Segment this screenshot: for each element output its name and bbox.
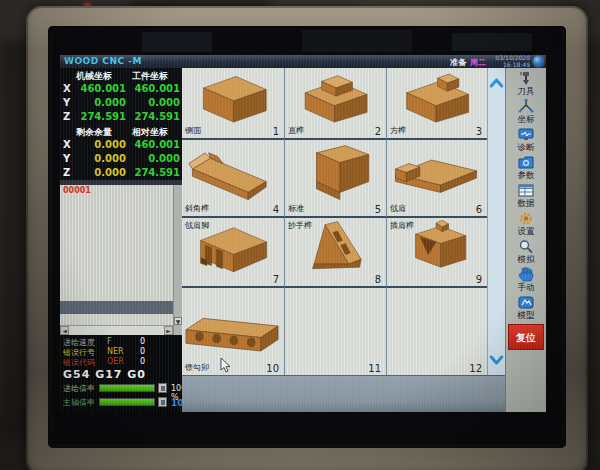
relative-y-value: 0.000 (128, 153, 180, 164)
joint-image-miter-tenon (184, 142, 280, 205)
sidebar-item-diagnosis[interactable]: 诊断 (506, 126, 546, 154)
photo-of-cnc-monitor: WOOD CNC -M 准备 周二 03/10/2020 16:18:49 机械… (0, 0, 600, 470)
spindle-override-slider-handle[interactable] (158, 397, 167, 407)
feed-override-row: 进给倍率 100 % (63, 383, 181, 395)
network-globe-icon[interactable] (533, 56, 544, 67)
spindle-override-row: 主轴倍率 100 (63, 397, 181, 409)
joint-cell-9[interactable]: 插肩榫 9 (387, 218, 487, 288)
coord-row-y: Y 0.000 0.000 (60, 96, 182, 110)
screen-reflection (142, 32, 212, 52)
joint-image-straight-tenon (287, 70, 382, 127)
mouse-cursor (220, 358, 231, 373)
machine-x-value: 460.001 (70, 83, 126, 94)
joint-cell-8[interactable]: 抄手榫 8 (285, 218, 387, 288)
sidebar-item-data[interactable]: 数据 (506, 182, 546, 210)
work-z-value: 274.591 (128, 111, 180, 122)
app-title: WOOD CNC -M (64, 56, 142, 66)
remaining-y-value: 0.000 (70, 153, 126, 164)
settings-gear-icon (517, 211, 535, 226)
page-up-chevron-icon[interactable] (489, 76, 504, 90)
coord-row-z2: Z 0.000 274.591 (60, 166, 182, 180)
error-line-label: 错误行号 (63, 348, 95, 357)
machine-z-value: 274.591 (70, 111, 126, 122)
joint-image-shoulder-board (389, 142, 483, 205)
tool-icon (517, 71, 535, 86)
error-code-row: 错误代码 OER 0 (63, 357, 181, 368)
joint-cell-6[interactable]: 戗肩 6 (387, 140, 487, 218)
scroll-right-arrow-icon[interactable]: ► (164, 326, 173, 335)
feed-override-bar[interactable] (99, 384, 155, 392)
data-icon (517, 183, 535, 198)
cnc-application-window: WOOD CNC -M 准备 周二 03/10/2020 16:18:49 机械… (60, 55, 546, 412)
error-code-label: 错误代码 (63, 358, 95, 367)
sidebar-item-model[interactable]: 模型 (506, 294, 546, 322)
screen-reflection (302, 30, 412, 52)
joint-cell-11[interactable]: 11 (285, 288, 387, 375)
error-code-value: 0 (121, 357, 145, 366)
screen-reflection (452, 33, 532, 51)
spindle-override-bar[interactable] (99, 398, 155, 406)
scroll-down-arrow-icon[interactable]: ▼ (174, 317, 182, 325)
relative-z-value: 274.591 (128, 167, 180, 178)
joint-cell-10[interactable]: 锼勾卯 10 (182, 288, 285, 375)
model-icon (517, 295, 535, 310)
relative-x-value: 460.001 (128, 139, 180, 150)
sidebar-item-settings[interactable]: 设置 (506, 210, 546, 238)
machine-status-panel: 进给速度 F 0 错误行号 NER 0 错误代码 OER 0 G54 G17 G… (60, 335, 182, 412)
feed-rate-code: F (107, 337, 112, 346)
parameter-icon (517, 155, 535, 170)
page-down-chevron-icon[interactable] (489, 353, 504, 367)
joint-cell-2[interactable]: 直榫 2 (285, 68, 387, 140)
program-selected-line[interactable] (60, 301, 173, 314)
feed-override-fill (100, 385, 154, 391)
program-number: 00001 (63, 186, 91, 195)
machine-status-badge: 准备 (450, 57, 466, 68)
grid-footer-strip (182, 375, 505, 412)
simulate-magnifier-icon (517, 239, 535, 254)
active-gcodes: G54 G17 G0 (63, 368, 146, 381)
coordinates-panel: 机械坐标 工件坐标 X 460.001 460.001 Y 0.000 0.00… (60, 68, 182, 180)
datetime-display: 03/10/2020 16:18:49 (495, 55, 530, 68)
remaining-z-value: 0.000 (70, 167, 126, 178)
feed-rate-value: 0 (121, 337, 145, 346)
scroll-left-arrow-icon[interactable]: ◄ (60, 326, 69, 335)
manual-hand-icon (517, 267, 535, 282)
joint-image-plain-block (184, 70, 280, 127)
sidebar-item-manual[interactable]: 手动 (506, 266, 546, 294)
weekday-label: 周二 (470, 57, 486, 68)
sidebar-item-coordinates[interactable]: 坐标 (506, 98, 546, 126)
error-line-value: 0 (121, 347, 145, 356)
work-y-value: 0.000 (128, 97, 180, 108)
joint-image-square-tenon (389, 70, 483, 127)
joint-cell-5[interactable]: 标准 5 (285, 140, 387, 218)
program-horizontal-scrollbar[interactable]: ◄ ► (60, 325, 173, 335)
program-listing-area[interactable]: 00001 ▼ ◄ ► (60, 185, 182, 335)
title-bar: WOOD CNC -M 准备 周二 03/10/2020 16:18:49 (60, 55, 546, 68)
remaining-x-value: 0.000 (70, 139, 126, 150)
program-vertical-scrollbar[interactable]: ▼ (173, 185, 182, 335)
joint-cell-1[interactable]: 铡面 1 (182, 68, 285, 140)
coordinate-icon (517, 99, 535, 114)
coord-row-y2: Y 0.000 0.000 (60, 152, 182, 166)
machine-y-value: 0.000 (70, 97, 126, 108)
sidebar-item-simulate[interactable]: 模拟 (506, 238, 546, 266)
coord-row-x2: X 0.000 460.001 (60, 138, 182, 152)
joint-cell-12[interactable]: 12 (387, 288, 487, 375)
work-x-value: 460.001 (128, 83, 180, 94)
sidebar-item-parameters[interactable]: 参数 (506, 154, 546, 182)
joint-cell-4[interactable]: 斜角榫 4 (182, 140, 285, 218)
coordinates-header: 机械坐标 工件坐标 (60, 68, 182, 82)
feed-override-slider-handle[interactable] (158, 383, 167, 393)
sidebar-item-tool[interactable]: 刀具 (506, 70, 546, 98)
feed-rate-label: 进给速度 (63, 338, 95, 347)
spindle-override-fill (100, 399, 154, 405)
joint-cell-7[interactable]: 戗肩脚 7 (182, 218, 285, 288)
coord-row-x: X 460.001 460.001 (60, 82, 182, 96)
joint-cell-3[interactable]: 方榫 3 (387, 68, 487, 140)
function-sidebar: 刀具 坐标 诊断 参数 (505, 68, 546, 412)
time-text: 16:18:49 (503, 61, 530, 68)
coordinates-header-2: 剩余余量 相对坐标 (60, 124, 182, 138)
feed-override-label: 进给倍率 (63, 384, 95, 393)
grid-page-scrollbar[interactable] (487, 68, 505, 375)
reset-button[interactable]: 复位 (508, 324, 544, 350)
